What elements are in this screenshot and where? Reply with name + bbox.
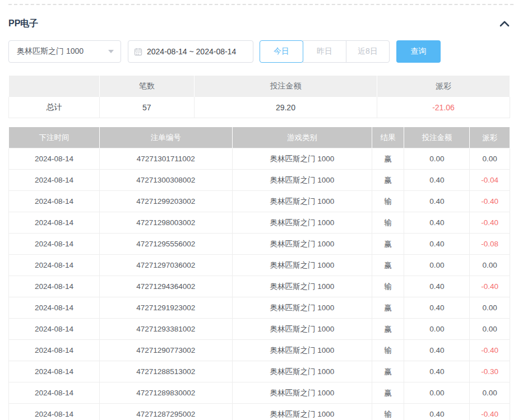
table-cell: -0.04 <box>470 170 510 191</box>
table-row: 2024-08-1447271290773002奥林匹斯之门 1000输0.40… <box>9 340 510 361</box>
table-cell: 47271300308002 <box>99 170 232 191</box>
table-cell: 47271301711002 <box>99 148 232 170</box>
table-cell: 奥林匹斯之门 1000 <box>232 297 372 319</box>
table-cell: 2024-08-14 <box>9 148 100 170</box>
table-cell: 0.00 <box>404 255 470 276</box>
table-cell: 2024-08-14 <box>9 361 100 382</box>
table-cell: 奥林匹斯之门 1000 <box>232 340 372 361</box>
table-cell: 奥林匹斯之门 1000 <box>232 361 372 382</box>
table-row: 2024-08-1447271299203002奥林匹斯之门 1000输0.40… <box>9 191 510 212</box>
table-cell: 0.40 <box>404 212 470 234</box>
search-button[interactable]: 查询 <box>396 40 441 63</box>
table-cell: 2024-08-14 <box>9 170 100 191</box>
table-cell: 47271288513002 <box>99 361 232 382</box>
table-cell: 奥林匹斯之门 1000 <box>232 191 372 212</box>
table-cell: 47271287295002 <box>99 404 232 420</box>
table-cell: 赢 <box>372 382 404 404</box>
table-cell: 奥林匹斯之门 1000 <box>232 212 372 234</box>
filter-bar: 奥林匹斯之门 1000 2024-08-14 ~ 2024-08-14 <box>8 40 510 63</box>
quick-range-button-1[interactable]: 昨日 <box>303 40 346 63</box>
table-cell: 奥林匹斯之门 1000 <box>232 170 372 191</box>
table-cell: 2024-08-14 <box>9 382 100 404</box>
table-cell: 奥林匹斯之门 1000 <box>232 255 372 276</box>
table-cell: 输 <box>372 340 404 361</box>
table-cell: 输 <box>372 276 404 297</box>
table-cell: -21.06 <box>377 97 510 118</box>
table-cell: 47271298003002 <box>99 212 232 234</box>
game-select-value: 奥林匹斯之门 1000 <box>17 46 84 57</box>
table-cell: 2024-08-14 <box>9 255 100 276</box>
table-cell: 2024-08-14 <box>9 212 100 234</box>
table-cell: 2024-08-14 <box>9 319 100 340</box>
table-cell: 奥林匹斯之门 1000 <box>232 319 372 340</box>
column-header: 派彩 <box>470 127 510 148</box>
table-cell: 0.40 <box>404 191 470 212</box>
table-cell: 0.40 <box>404 361 470 382</box>
column-header: 游戏类别 <box>232 127 372 148</box>
table-cell: 47271290773002 <box>99 340 232 361</box>
table-cell: 0.00 <box>470 382 510 404</box>
table-cell: 奥林匹斯之门 1000 <box>232 404 372 420</box>
pp-electronic-panel: PP电子 奥林匹斯之门 1000 <box>0 0 532 420</box>
table-cell: 2024-08-14 <box>9 191 100 212</box>
column-header: 笔数 <box>99 76 194 97</box>
date-range-value: 2024-08-14 ~ 2024-08-14 <box>147 47 236 56</box>
table-cell: 奥林匹斯之门 1000 <box>232 148 372 170</box>
table-cell: 奥林匹斯之门 1000 <box>232 234 372 255</box>
table-cell: -0.08 <box>470 234 510 255</box>
column-header <box>9 76 100 97</box>
table-cell: 0.40 <box>404 340 470 361</box>
section-divider <box>8 4 514 5</box>
date-range-input[interactable]: 2024-08-14 ~ 2024-08-14 <box>128 40 253 63</box>
column-header: 结果 <box>372 127 404 148</box>
table-cell: -0.30 <box>470 361 510 382</box>
table-cell: 47271297036002 <box>99 255 232 276</box>
table-row: 2024-08-1447271295556002奥林匹斯之门 1000赢0.40… <box>9 234 510 255</box>
table-row: 2024-08-1447271288513002奥林匹斯之门 1000赢0.40… <box>9 361 510 382</box>
table-cell: 47271299203002 <box>99 191 232 212</box>
table-cell: -0.40 <box>470 212 510 234</box>
table-cell: 赢 <box>372 148 404 170</box>
quick-range-button-0[interactable]: 今日 <box>260 40 303 63</box>
table-cell: 47271291923002 <box>99 297 232 319</box>
panel-title: PP电子 <box>8 18 38 30</box>
chevron-up-icon[interactable] <box>499 20 510 27</box>
table-cell: 57 <box>99 97 194 118</box>
table-cell: 输 <box>372 191 404 212</box>
table-row: 2024-08-1447271294364002奥林匹斯之门 1000输0.40… <box>9 276 510 297</box>
table-cell: 输 <box>372 404 404 420</box>
table-cell: 0.00 <box>470 255 510 276</box>
table-row: 2024-08-1447271293381002奥林匹斯之门 1000赢0.00… <box>9 319 510 340</box>
table-row: 2024-08-1447271300308002奥林匹斯之门 1000赢0.40… <box>9 170 510 191</box>
table-cell: 2024-08-14 <box>9 404 100 420</box>
table-row: 2024-08-1447271297036002奥林匹斯之门 1000赢0.00… <box>9 255 510 276</box>
table-cell: 0.00 <box>404 382 470 404</box>
column-header: 投注金额 <box>404 127 470 148</box>
table-cell: 29.20 <box>194 97 377 118</box>
table-cell: 赢 <box>372 361 404 382</box>
table-cell: -0.40 <box>470 404 510 420</box>
bet-table: 下注时间注单编号游戏类别结果投注金额派彩2024-08-144727130171… <box>8 127 510 420</box>
table-row: 2024-08-1447271291923002奥林匹斯之门 1000赢0.40… <box>9 297 510 319</box>
table-cell: 2024-08-14 <box>9 297 100 319</box>
table-row: 2024-08-1447271289830002奥林匹斯之门 1000赢0.00… <box>9 382 510 404</box>
table-cell: 0.00 <box>404 148 470 170</box>
table-cell: 0.00 <box>470 319 510 340</box>
game-select[interactable]: 奥林匹斯之门 1000 <box>8 40 121 63</box>
column-header: 投注金额 <box>194 76 377 97</box>
table-row: 2024-08-1447271287295002奥林匹斯之门 1000输0.40… <box>9 404 510 420</box>
table-row: 2024-08-1447271301711002奥林匹斯之门 1000赢0.00… <box>9 148 510 170</box>
table-cell: 2024-08-14 <box>9 234 100 255</box>
table-cell: 0.40 <box>404 276 470 297</box>
table-cell: 奥林匹斯之门 1000 <box>232 276 372 297</box>
table-cell: 0.40 <box>404 234 470 255</box>
table-cell: 0.00 <box>404 319 470 340</box>
table-cell: 赢 <box>372 297 404 319</box>
panel-header: PP电子 <box>8 17 510 30</box>
quick-range-button-2[interactable]: 近8日 <box>346 40 390 63</box>
calendar-icon <box>134 48 142 56</box>
table-cell: -0.40 <box>470 191 510 212</box>
table-cell: 0.40 <box>404 404 470 420</box>
table-cell: 0.00 <box>470 148 510 170</box>
table-cell: 2024-08-14 <box>9 340 100 361</box>
